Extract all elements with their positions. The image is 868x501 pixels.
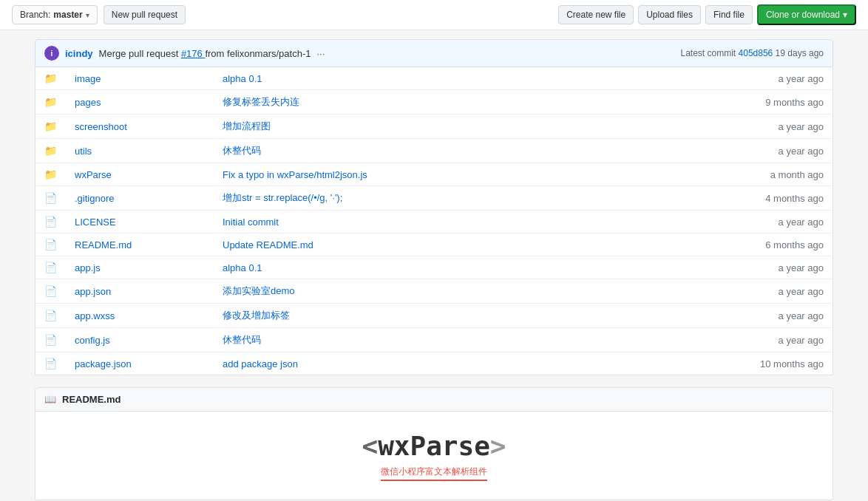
file-link[interactable]: app.wxss bbox=[75, 310, 115, 321]
chevron-down-icon: ▾ bbox=[843, 10, 847, 20]
repo-content: i icindy Merge pull request #176 from fe… bbox=[35, 30, 833, 501]
commit-message-link[interactable]: 添加实验室demo bbox=[223, 285, 295, 296]
file-link[interactable]: app.js bbox=[75, 262, 101, 273]
file-time: 10 months ago bbox=[625, 352, 833, 375]
file-time: 6 months ago bbox=[625, 234, 833, 256]
wxparse-subtitle: 微信小程序富文本解析组件 bbox=[381, 466, 487, 481]
file-table: 📁 image alpha 0.1 a year ago 📁 pages 修复标… bbox=[35, 67, 833, 375]
commit-message-link[interactable]: 修改及增加标签 bbox=[223, 310, 290, 321]
file-time: a year ago bbox=[625, 304, 833, 328]
file-time: 4 months ago bbox=[625, 186, 833, 211]
commit-message-link[interactable]: Update README.md bbox=[223, 239, 313, 250]
folder-icon: 📁 bbox=[44, 72, 57, 84]
commit-message: Merge pull request #176 from felixonmars… bbox=[99, 48, 311, 59]
table-row: 📄 app.json 添加实验室demo a year ago bbox=[35, 279, 833, 304]
file-icon: 📄 bbox=[44, 262, 57, 273]
commit-author[interactable]: icindy bbox=[65, 48, 93, 59]
branch-selector[interactable]: Branch: master ▾ bbox=[12, 5, 98, 24]
file-link[interactable]: app.json bbox=[75, 286, 111, 297]
file-time: 9 months ago bbox=[625, 90, 833, 115]
table-row: 📄 config.js 休整代码 a year ago bbox=[35, 328, 833, 352]
table-row: 📄 app.js alpha 0.1 a year ago bbox=[35, 256, 833, 279]
table-row: 📄 README.md Update README.md 6 months ag… bbox=[35, 234, 833, 256]
toolbar: Branch: master ▾ New pull request Create… bbox=[0, 0, 868, 30]
commit-message-link[interactable]: Initial commit bbox=[223, 217, 279, 228]
toolbar-left: Branch: master ▾ New pull request bbox=[12, 5, 186, 24]
branch-name: master bbox=[53, 10, 82, 20]
create-file-button[interactable]: Create new file bbox=[558, 5, 634, 24]
file-time: a year ago bbox=[625, 67, 833, 90]
commit-message-link[interactable]: add package json bbox=[223, 358, 298, 369]
commit-message-link[interactable]: alpha 0.1 bbox=[223, 73, 262, 84]
file-link[interactable]: screenshoot bbox=[75, 121, 127, 132]
commit-hash-link[interactable]: 405d856 bbox=[739, 48, 776, 58]
clone-label: Clone or download bbox=[766, 10, 840, 20]
file-icon: 📄 bbox=[44, 285, 57, 297]
table-row: 📄 package.json add package json 10 month… bbox=[35, 352, 833, 375]
file-link[interactable]: utils bbox=[75, 146, 92, 157]
file-icon: 📄 bbox=[44, 310, 57, 321]
folder-icon: 📁 bbox=[44, 120, 57, 132]
file-link[interactable]: pages bbox=[75, 97, 101, 108]
clone-download-button[interactable]: Clone or download ▾ bbox=[757, 4, 856, 25]
avatar: i bbox=[44, 46, 59, 61]
file-time: a year ago bbox=[625, 279, 833, 304]
commit-message-link[interactable]: 修复标签丢失内连 bbox=[223, 96, 299, 107]
file-link[interactable]: .gitignore bbox=[75, 193, 114, 204]
file-link[interactable]: config.js bbox=[75, 335, 110, 346]
file-icon: 📄 bbox=[44, 358, 57, 369]
latest-commit: Latest commit 405d856 19 days ago bbox=[681, 48, 824, 58]
more-button[interactable]: ··· bbox=[316, 48, 325, 59]
table-row: 📁 utils 休整代码 a year ago bbox=[35, 139, 833, 163]
file-time: a month ago bbox=[625, 163, 833, 186]
commit-message-link[interactable]: alpha 0.1 bbox=[223, 262, 262, 273]
file-link[interactable]: LICENSE bbox=[75, 217, 116, 228]
commit-message-link[interactable]: 休整代码 bbox=[223, 334, 261, 345]
commit-bar: i icindy Merge pull request #176 from fe… bbox=[35, 39, 833, 67]
file-time: a year ago bbox=[625, 115, 833, 139]
file-icon: 📄 bbox=[44, 239, 57, 250]
folder-icon: 📁 bbox=[44, 168, 57, 180]
file-time: a year ago bbox=[625, 139, 833, 163]
toolbar-right: Create new file Upload files Find file C… bbox=[558, 4, 856, 25]
file-time: a year ago bbox=[625, 211, 833, 234]
file-link[interactable]: README.md bbox=[75, 239, 132, 250]
commit-message-link[interactable]: 增加str = str.replace(/•/g, '·'); bbox=[223, 192, 342, 203]
table-row: 📁 pages 修复标签丢失内连 9 months ago bbox=[35, 90, 833, 115]
table-row: 📄 LICENSE Initial commit a year ago bbox=[35, 211, 833, 234]
commit-message-link[interactable]: 休整代码 bbox=[223, 145, 261, 156]
table-row: 📁 image alpha 0.1 a year ago bbox=[35, 67, 833, 90]
wxparse-logo: <wxParse> bbox=[362, 431, 506, 461]
file-icon: 📄 bbox=[44, 192, 57, 204]
chevron-down-icon: ▾ bbox=[86, 11, 89, 19]
file-link[interactable]: package.json bbox=[75, 358, 132, 369]
commit-message-link[interactable]: Fix a typo in wxParse/html2json.js bbox=[223, 169, 367, 180]
pr-link[interactable]: #176 bbox=[181, 48, 206, 59]
file-icon: 📄 bbox=[44, 334, 57, 346]
file-time: a year ago bbox=[625, 256, 833, 279]
file-link[interactable]: image bbox=[75, 73, 101, 84]
readme-bar: 📖 README.md bbox=[35, 387, 833, 412]
file-time: a year ago bbox=[625, 328, 833, 352]
branch-label: Branch: bbox=[20, 10, 50, 20]
readme-book-icon: 📖 bbox=[44, 394, 56, 405]
upload-files-button[interactable]: Upload files bbox=[638, 5, 701, 24]
find-file-button[interactable]: Find file bbox=[705, 5, 753, 24]
table-row: 📁 screenshoot 增加流程图 a year ago bbox=[35, 115, 833, 139]
readme-title: README.md bbox=[62, 394, 121, 405]
new-pr-button[interactable]: New pull request bbox=[104, 5, 186, 24]
readme-body: <wxParse> 微信小程序富文本解析组件 bbox=[35, 412, 833, 500]
table-row: 📄 app.wxss 修改及增加标签 a year ago bbox=[35, 304, 833, 328]
commit-message-link[interactable]: 增加流程图 bbox=[223, 120, 271, 132]
folder-icon: 📁 bbox=[44, 96, 57, 108]
table-row: 📁 wxParse Fix a typo in wxParse/html2jso… bbox=[35, 163, 833, 186]
table-row: 📄 .gitignore 增加str = str.replace(/•/g, '… bbox=[35, 186, 833, 211]
file-link[interactable]: wxParse bbox=[75, 169, 112, 180]
file-icon: 📄 bbox=[44, 216, 57, 228]
folder-icon: 📁 bbox=[44, 145, 57, 157]
